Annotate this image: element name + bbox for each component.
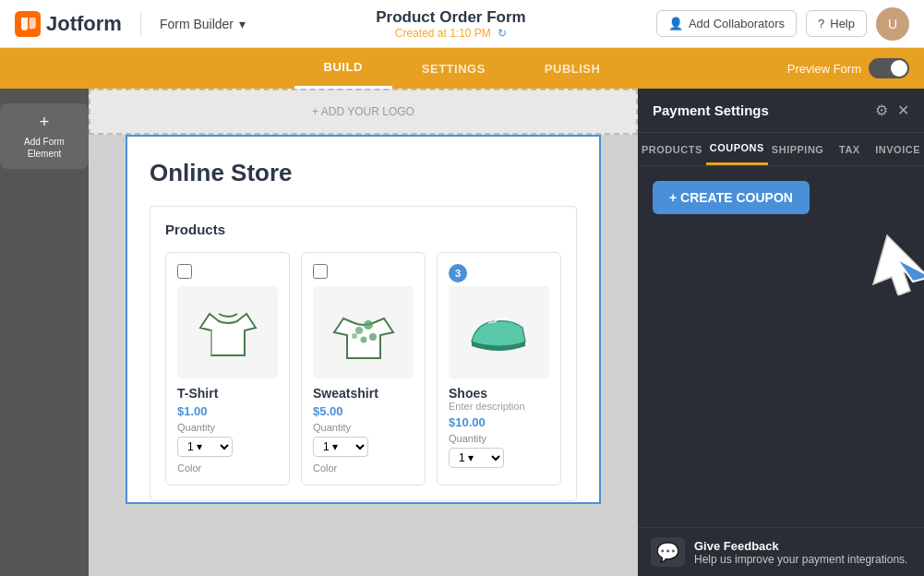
products-section: Products T-Shirt $1.00 (150, 206, 577, 501)
product-card-shoes: 3 Shoes Enter description $10.00 (437, 252, 561, 486)
product-qty-label-tshirt: Quantity (177, 422, 278, 433)
feedback-description: Help us improve your payment integration… (694, 553, 907, 566)
svg-marker-6 (873, 235, 924, 295)
product-card-sweatshirt: Sweatshirt $5.00 Quantity 1 ▾ Color (301, 252, 426, 486)
payment-panel: Payment Settings ⚙ ✕ PRODUCTS COUPONS SH… (638, 89, 924, 576)
svg-point-2 (364, 320, 373, 330)
left-sidebar: + Add Form Element (0, 89, 89, 576)
product-card-tshirt: T-Shirt $1.00 Quantity 1 ▾ Color (165, 252, 290, 486)
svg-point-5 (360, 337, 366, 343)
panel-tab-tax[interactable]: TAX (827, 133, 871, 165)
product-qty-select-shoes[interactable]: 1 ▾ (449, 448, 504, 468)
top-nav: Jotform Form Builder ▾ Product Order For… (0, 0, 924, 48)
product-color-label-tshirt: Color (177, 462, 278, 474)
plus-icon: + (40, 113, 50, 132)
panel-tabs: PRODUCTS COUPONS SHIPPING TAX INVOICE (638, 133, 924, 166)
help-icon: ? (818, 17, 824, 30)
product-qty-label-sweatshirt: Quantity (313, 422, 414, 433)
product-qty-label-shoes: Quantity (449, 433, 549, 444)
help-label: Help (830, 17, 855, 30)
user-plus-icon: 👤 (668, 17, 683, 30)
product-qty-select-tshirt[interactable]: 1 ▾ (177, 437, 233, 457)
tab-build[interactable]: BUILD (294, 48, 392, 89)
panel-tab-coupons[interactable]: COUPONS (706, 133, 768, 165)
product-image-sweatshirt (313, 286, 414, 378)
form-canvas: + ADD YOUR LOGO Online Store Products (89, 89, 638, 576)
form-body: Online Store Products (126, 135, 601, 504)
preview-toggle[interactable] (869, 58, 909, 78)
nav-right: 👤 Add Collaborators ? Help U (656, 7, 909, 41)
form-body-title: Online Store (150, 159, 577, 187)
chat-icon: 💬 (651, 537, 685, 567)
feedback-title: Give Feedback (694, 539, 907, 553)
nav-divider (140, 11, 141, 37)
preview-form-label: Preview Form (787, 62, 861, 76)
product-name-tshirt: T-Shirt (177, 386, 278, 401)
jotform-logo-icon (15, 11, 41, 37)
add-collaborators-button[interactable]: 👤 Add Collaborators (656, 10, 797, 37)
product-checkbox-sweatshirt[interactable] (313, 264, 328, 279)
form-builder-label: Form Builder (160, 17, 234, 31)
product-image-shoes (449, 286, 549, 378)
add-form-element-button[interactable]: + Add Form Element (0, 103, 89, 169)
form-title-area: Product Order Form Created at 1:10 PM ↻ (257, 8, 645, 40)
create-coupon-button[interactable]: + CREATE COUPON (653, 181, 810, 214)
panel-tab-invoice[interactable]: INVOICE (871, 133, 924, 165)
logo-area: Jotform (15, 11, 122, 37)
add-logo-text: + ADD YOUR LOGO (312, 105, 414, 118)
form-builder-chevron-icon: ▾ (239, 17, 246, 31)
sync-icon: ↻ (498, 27, 507, 40)
tab-settings[interactable]: SETTINGS (392, 48, 515, 89)
main-area: + Add Form Element + ADD YOUR LOGO Onlin… (0, 89, 924, 576)
avatar: U (876, 7, 909, 41)
product-color-label-sweatshirt: Color (313, 462, 414, 474)
form-title: Product Order Form (257, 8, 645, 27)
svg-point-4 (369, 333, 377, 341)
product-name-sweatshirt: Sweatshirt (313, 386, 414, 401)
panel-tab-shipping[interactable]: SHIPPING (768, 133, 828, 165)
form-builder-button[interactable]: Form Builder ▾ (160, 17, 246, 31)
svg-point-3 (352, 333, 357, 339)
panel-gear-button[interactable]: ⚙ (875, 102, 888, 119)
product-grid: T-Shirt $1.00 Quantity 1 ▾ Color (165, 252, 561, 486)
product-badge-shoes: 3 (449, 264, 467, 282)
panel-close-button[interactable]: ✕ (897, 102, 909, 119)
svg-marker-7 (896, 258, 924, 282)
panel-header-actions: ⚙ ✕ (875, 102, 909, 119)
svg-point-1 (355, 327, 363, 334)
product-price-shoes: $10.00 (449, 415, 549, 429)
logo-text: Jotform (46, 12, 122, 36)
add-element-label: Add Form Element (13, 136, 76, 160)
panel-title: Payment Settings (653, 102, 769, 118)
product-qty-select-sweatshirt[interactable]: 1 ▾ (313, 437, 368, 457)
panel-header: Payment Settings ⚙ ✕ (638, 89, 924, 133)
products-label: Products (165, 222, 561, 237)
product-name-shoes: Shoes (449, 386, 549, 401)
add-logo-bar[interactable]: + ADD YOUR LOGO (89, 89, 638, 135)
product-price-sweatshirt: $5.00 (313, 404, 414, 418)
tab-publish[interactable]: PUBLISH (515, 48, 630, 89)
product-checkbox-tshirt[interactable] (177, 264, 192, 279)
mode-bar-tabs: BUILD SETTINGS PUBLISH (0, 48, 924, 89)
help-button[interactable]: ? Help (806, 10, 867, 37)
feedback-text-area: Give Feedback Help us improve your payme… (694, 539, 907, 566)
feedback-bar: 💬 Give Feedback Help us improve your pay… (638, 527, 924, 576)
product-desc-shoes: Enter description (449, 401, 549, 412)
create-coupon-label: + CREATE COUPON (669, 190, 793, 205)
panel-body: + CREATE COUPON (638, 166, 924, 576)
preview-area: Preview Form (787, 58, 909, 78)
product-price-tshirt: $1.00 (177, 404, 278, 418)
mode-bar: BUILD SETTINGS PUBLISH Preview Form (0, 48, 924, 89)
product-image-tshirt (177, 286, 278, 378)
add-collaborators-label: Add Collaborators (689, 17, 785, 30)
panel-tab-products[interactable]: PRODUCTS (638, 133, 706, 165)
form-subtitle: Created at 1:10 PM ↻ (257, 27, 645, 40)
cursor-arrow (869, 231, 924, 299)
